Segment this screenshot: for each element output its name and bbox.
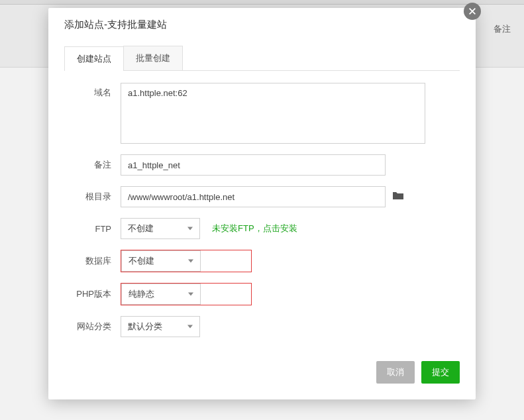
- category-label: 网站分类: [64, 321, 121, 333]
- tabs: 创建站点 批量创建: [64, 46, 460, 71]
- ftp-label: FTP: [64, 224, 121, 234]
- folder-icon[interactable]: [392, 191, 404, 203]
- ftp-install-hint[interactable]: 未安装FTP，点击安装: [212, 223, 297, 235]
- tab-batch-create[interactable]: 批量创建: [123, 46, 183, 70]
- ftp-select[interactable]: 不创建: [121, 218, 200, 239]
- remark-input[interactable]: [121, 154, 386, 176]
- add-site-modal: 添加站点-支持批量建站 创建站点 批量创建 域名 备注: [48, 8, 476, 399]
- modal-footer: 取消 提交: [48, 353, 476, 399]
- ftp-select-value: 不创建: [128, 223, 154, 235]
- modal-close-button[interactable]: [464, 3, 481, 20]
- root-input[interactable]: [121, 186, 386, 207]
- database-highlight-box: 不创建: [121, 250, 252, 272]
- category-select[interactable]: 默认分类: [121, 316, 200, 337]
- remark-label: 备注: [64, 159, 121, 171]
- database-spacer: [201, 250, 251, 272]
- tab-label: 批量创建: [136, 53, 170, 63]
- chevron-down-icon: [188, 293, 193, 296]
- form: 域名 备注 根目录: [48, 71, 476, 353]
- database-select[interactable]: 不创建: [121, 250, 201, 272]
- domain-label: 域名: [64, 83, 121, 99]
- tab-label: 创建站点: [77, 54, 111, 64]
- chevron-down-icon: [187, 227, 193, 231]
- root-label: 根目录: [64, 191, 121, 203]
- php-spacer: [201, 284, 251, 305]
- chevron-down-icon: [187, 325, 193, 329]
- database-select-value: 不创建: [129, 255, 154, 267]
- submit-button[interactable]: 提交: [421, 361, 460, 384]
- modal-title: 添加站点-支持批量建站: [48, 8, 476, 39]
- domain-input[interactable]: [121, 83, 425, 144]
- php-highlight-box: 纯静态: [121, 283, 252, 305]
- php-select-value: 纯静态: [129, 288, 154, 300]
- tab-create-site[interactable]: 创建站点: [64, 46, 124, 71]
- close-icon: [468, 7, 477, 16]
- category-select-value: 默认分类: [128, 321, 162, 333]
- php-select[interactable]: 纯静态: [121, 284, 201, 305]
- chevron-down-icon: [188, 260, 193, 263]
- modal-backdrop: 添加站点-支持批量建站 创建站点 批量创建 域名 备注: [0, 0, 524, 420]
- cancel-button[interactable]: 取消: [376, 361, 415, 384]
- database-label: 数据库: [64, 255, 121, 267]
- php-label: PHP版本: [64, 288, 121, 300]
